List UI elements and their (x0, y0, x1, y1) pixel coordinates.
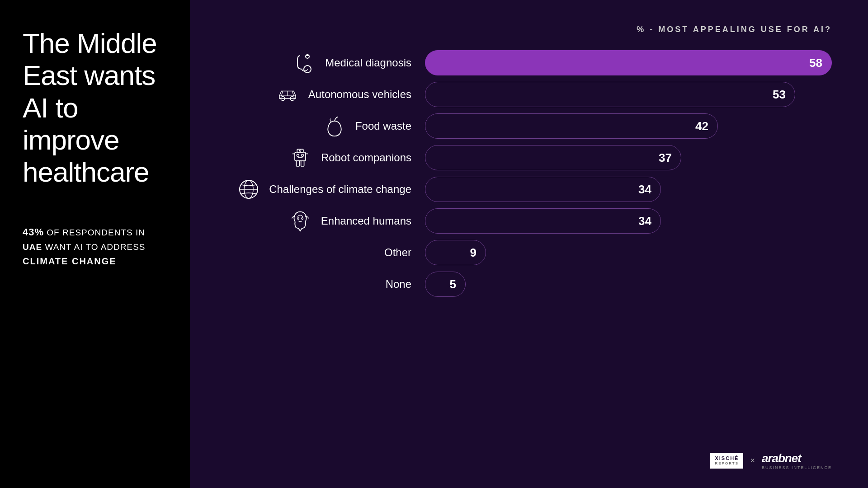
stat-text-of: OF RESPONDENTS IN (47, 228, 145, 237)
bar-value-autonomous: 53 (773, 88, 786, 102)
row-label-area: Enhanced humans (235, 209, 425, 234)
bar-value-other: 9 (470, 246, 476, 260)
bar-value-climate: 34 (638, 183, 651, 197)
row-label-area: Autonomous vehicles (235, 82, 425, 107)
row-label-robot: Robot companions (321, 151, 411, 164)
row-label-area: None (235, 272, 425, 297)
stethoscope-icon (292, 51, 317, 75)
svg-rect-8 (301, 161, 304, 166)
row-label-other: Other (384, 246, 411, 259)
stat-percentage: 43% (23, 226, 44, 238)
table-row: Food waste 42 (235, 113, 832, 139)
bar-area-climate: 34 (425, 177, 832, 202)
svg-rect-7 (297, 161, 300, 166)
row-label-autonomous: Autonomous vehicles (308, 88, 411, 101)
table-row: Enhanced humans 34 (235, 208, 832, 234)
bar-value-medical: 58 (809, 56, 822, 70)
row-label-enhanced: Enhanced humans (321, 215, 411, 227)
xische-sub: REPORTS (715, 461, 739, 466)
svg-point-21 (302, 218, 303, 220)
row-label-climate: Challenges of climate change (269, 183, 411, 196)
bar-area-food: 42 (425, 113, 832, 139)
table-row: Medical diagnosis 58 (235, 50, 832, 75)
stat-description: 43% OF RESPONDENTS IN UAE WANT AI TO ADD… (23, 224, 167, 268)
ai-head-icon (288, 209, 313, 234)
bar-area-autonomous: 53 (425, 82, 832, 107)
apple-icon (322, 114, 347, 139)
row-label-area: Medical diagnosis (235, 51, 425, 75)
svg-point-16 (300, 150, 301, 151)
stat-topic: CLIMATE CHANGE (23, 256, 117, 266)
main-title: The Middle East wants AI to improve heal… (23, 27, 167, 188)
stat-country: UAE (23, 242, 42, 252)
row-label-area: Challenges of climate change (235, 177, 425, 202)
xische-logo: XISCHÉ REPORTS (710, 453, 743, 469)
stat-text-want: WANT AI TO ADDRESS (45, 242, 145, 252)
left-panel: The Middle East wants AI to improve heal… (0, 0, 190, 488)
row-label-none: None (386, 278, 411, 291)
row-label-medical: Medical diagnosis (325, 56, 411, 69)
row-label-area: Robot companions (235, 145, 425, 170)
bar-area-robot: 37 (425, 145, 832, 170)
none-spacer (353, 272, 377, 297)
bar-area-other: 9 (425, 240, 832, 265)
row-label-area: Other (235, 240, 425, 265)
bar-value-robot: 37 (659, 151, 672, 165)
footer-logos: XISCHÉ REPORTS × arabnet BUSINESS INTELL… (235, 451, 832, 470)
svg-point-20 (297, 218, 299, 220)
row-label-area: Food waste (235, 114, 425, 139)
bar-value-enhanced: 34 (638, 214, 651, 228)
table-row: Robot companions 37 (235, 145, 832, 170)
svg-rect-6 (295, 152, 306, 161)
right-panel: % - MOST APPEALING USE FOR AI? Medical d… (190, 0, 868, 488)
bar-area-enhanced: 34 (425, 208, 832, 234)
table-row: Other 9 (235, 240, 832, 265)
svg-point-10 (302, 154, 304, 156)
car-icon (275, 82, 300, 107)
chart-title: % - MOST APPEALING USE FOR AI? (235, 25, 832, 34)
arabnet-subtitle: BUSINESS INTELLIGENCE (762, 465, 832, 470)
globe-icon (236, 177, 261, 202)
row-label-food: Food waste (355, 120, 411, 132)
table-row: Challenges of climate change 34 (235, 177, 832, 202)
table-row: None 5 (235, 272, 832, 297)
svg-rect-12 (297, 149, 304, 152)
chart-container: Medical diagnosis 58 (235, 50, 832, 442)
robot-icon (288, 145, 313, 170)
table-row: Autonomous vehicles 53 (235, 82, 832, 107)
other-spacer (351, 240, 376, 265)
bar-value-food: 42 (695, 119, 708, 133)
svg-point-9 (297, 154, 299, 156)
arabnet-logo-container: arabnet BUSINESS INTELLIGENCE (762, 451, 832, 470)
bar-area-medical: 58 (425, 50, 832, 75)
multiply-icon: × (750, 456, 755, 465)
bar-value-none: 5 (450, 277, 456, 291)
arabnet-text: arabnet (762, 451, 801, 465)
bar-area-none: 5 (425, 272, 832, 297)
